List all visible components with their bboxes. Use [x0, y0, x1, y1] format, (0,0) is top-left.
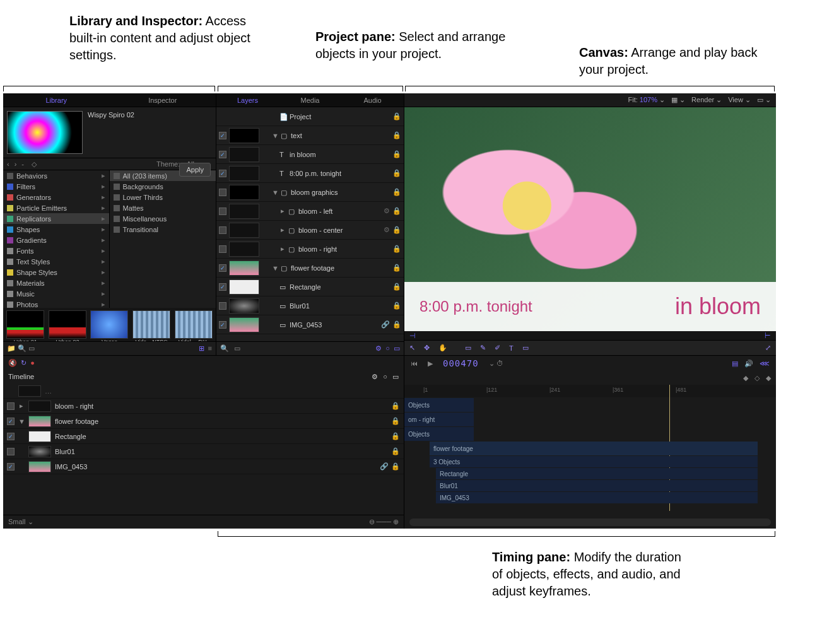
category-particle-emitters[interactable]: Particle Emitters▸: [3, 202, 109, 213]
visibility-checkbox[interactable]: [219, 283, 226, 291]
visibility-checkbox[interactable]: [7, 402, 15, 410]
timeline-options-button[interactable]: ⋘: [760, 360, 770, 368]
nav-forward-button[interactable]: ›: [15, 160, 17, 168]
canvas-tool-6[interactable]: ✐: [495, 344, 500, 352]
lock-icon[interactable]: 🔒: [392, 283, 401, 291]
tab-media[interactable]: Media: [279, 93, 341, 107]
filters-icon[interactable]: ○: [385, 344, 390, 353]
lock-icon[interactable]: 🔒: [392, 112, 401, 120]
visibility-checkbox[interactable]: [219, 321, 226, 329]
list-view-icon[interactable]: ≡: [208, 344, 212, 353]
tab-audio[interactable]: Audio: [341, 93, 404, 107]
subcategory-item[interactable]: Backgrounds: [110, 181, 216, 192]
timeline-track[interactable]: om - right: [404, 413, 474, 426]
layer-name[interactable]: IMG_0453: [290, 321, 379, 329]
tab-inspector[interactable]: Inspector: [110, 93, 216, 107]
canvas-tool-2[interactable]: ✋: [438, 344, 447, 352]
tl-filters-icon[interactable]: ○: [383, 373, 387, 381]
timecode-field[interactable]: 000470: [443, 358, 479, 368]
color-channels-dropdown[interactable]: ▦ ⌄: [671, 96, 685, 104]
category-shape-styles[interactable]: Shape Styles▸: [3, 267, 109, 278]
prev-marker-icon[interactable]: ◆: [743, 374, 748, 382]
layer-row[interactable]: ▼▢bloom graphics🔒: [216, 183, 404, 202]
lock-icon[interactable]: 🔒: [392, 302, 401, 310]
tab-library[interactable]: Library: [3, 93, 110, 107]
visibility-checkbox[interactable]: [219, 151, 226, 158]
lock-icon[interactable]: 🔒: [392, 245, 401, 253]
frame-icon[interactable]: ▭: [234, 344, 240, 353]
lock-icon[interactable]: 🔒: [392, 169, 401, 177]
subcategory-item[interactable]: Mattes: [110, 202, 216, 213]
visibility-checkbox[interactable]: [219, 132, 226, 139]
visibility-checkbox[interactable]: [7, 463, 15, 471]
tab-layers[interactable]: Layers: [216, 93, 279, 107]
timeline-ruler[interactable]: |1|121|241|361|481: [404, 385, 776, 397]
mini-timeline[interactable]: ⊣⊢: [404, 331, 776, 340]
timeline-row[interactable]: Rectangle🔒: [3, 429, 404, 444]
search-icon[interactable]: 🔍: [18, 344, 26, 353]
layer-name[interactable]: bloom - center: [298, 226, 381, 234]
view-dropdown[interactable]: View ⌄: [728, 96, 751, 104]
disclosure-triangle[interactable]: ▸: [279, 207, 286, 215]
layer-row[interactable]: ▸▢bloom - center⚙🔒: [216, 221, 404, 240]
category-behaviors[interactable]: Behaviors▸: [3, 170, 109, 181]
visibility-checkbox[interactable]: [219, 245, 226, 253]
layer-name[interactable]: Blur01: [290, 302, 390, 310]
visibility-checkbox[interactable]: [219, 189, 226, 196]
layer-row[interactable]: ▼▢flower footage🔒: [216, 259, 404, 278]
layout-dropdown[interactable]: ▭ ⌄: [757, 96, 771, 104]
canvas-tool-0[interactable]: ↖: [409, 344, 415, 352]
layer-row[interactable]: ▭IMG_0453🔗🔒: [216, 315, 404, 334]
visibility-checkbox[interactable]: [219, 264, 226, 272]
timeline-row[interactable]: IMG_0453🔗🔒: [3, 459, 404, 474]
grid-view-icon[interactable]: ⊞: [199, 344, 204, 353]
layers-list[interactable]: 📄Project🔒▼▢text🔒Tin bloom🔒T8:00 p.m. ton…: [216, 107, 404, 341]
canvas-viewport[interactable]: 8:00 p.m. tonight in bloom: [404, 107, 776, 331]
nav-back-button[interactable]: ‹: [7, 160, 9, 168]
timeline-row[interactable]: ▸bloom - right🔒: [3, 399, 404, 414]
category-photos[interactable]: Photos▸: [3, 299, 109, 308]
visibility-checkbox[interactable]: [219, 208, 226, 215]
timecode-mode-icon[interactable]: ⌄ ⏱: [489, 360, 503, 368]
category-materials[interactable]: Materials▸: [3, 278, 109, 288]
timeline-track[interactable]: Objects: [404, 398, 474, 412]
layer-row[interactable]: Tin bloom🔒: [216, 145, 404, 164]
keyframe-editor-button[interactable]: ▤: [732, 360, 738, 368]
visibility-checkbox[interactable]: [7, 418, 15, 425]
timeline-size-dropdown[interactable]: Small ⌄: [8, 518, 33, 526]
tl-behaviors-icon[interactable]: ⚙: [372, 373, 378, 381]
category-shapes[interactable]: Shapes▸: [3, 224, 109, 235]
grid-item[interactable]: Urban 02: [48, 310, 88, 341]
search-icon[interactable]: 🔍: [220, 344, 229, 353]
timeline-track[interactable]: Blur01: [436, 480, 758, 491]
layer-name[interactable]: bloom graphics: [291, 189, 390, 196]
category-text-styles[interactable]: Text Styles▸: [3, 256, 109, 267]
layer-name[interactable]: Project: [290, 113, 390, 120]
loop-button[interactable]: ↻: [21, 359, 26, 367]
timeline-scrollbar[interactable]: [409, 518, 771, 526]
zoom-out-icon[interactable]: ⊖: [369, 518, 375, 525]
grid-item[interactable]: Vide…NTSC: [132, 310, 172, 341]
timeline-row[interactable]: Blur01🔒: [3, 444, 404, 459]
canvas-tool-7[interactable]: T: [509, 344, 514, 352]
visibility-checkbox[interactable]: [7, 433, 15, 440]
layer-name[interactable]: Rectangle: [290, 283, 390, 291]
layer-row[interactable]: ▭Blur01🔒: [216, 296, 404, 315]
lock-icon[interactable]: 🔒: [392, 320, 401, 329]
visibility-checkbox[interactable]: [7, 448, 15, 455]
link-icon[interactable]: 🔗: [380, 462, 389, 471]
tl-mask-icon[interactable]: ▭: [392, 373, 399, 381]
layer-name[interactable]: in bloom: [290, 151, 390, 158]
canvas-tool-5[interactable]: ✎: [480, 344, 486, 352]
category-gradients[interactable]: Gradients▸: [3, 235, 109, 245]
layer-name[interactable]: 8:00 p.m. tonight: [290, 170, 390, 177]
layer-row[interactable]: ▼▢text🔒: [216, 126, 404, 145]
mask-icon[interactable]: ▭: [394, 344, 400, 353]
link-icon[interactable]: 🔗: [381, 320, 390, 329]
grid-item[interactable]: Urban 01: [6, 310, 45, 341]
timeline-track[interactable]: Objects: [404, 427, 474, 441]
category-music[interactable]: Music▸: [3, 288, 109, 299]
render-dropdown[interactable]: Render ⌄: [691, 96, 722, 104]
layer-row[interactable]: 📄Project🔒: [216, 107, 404, 126]
disclosure-triangle[interactable]: ▼: [272, 189, 278, 196]
